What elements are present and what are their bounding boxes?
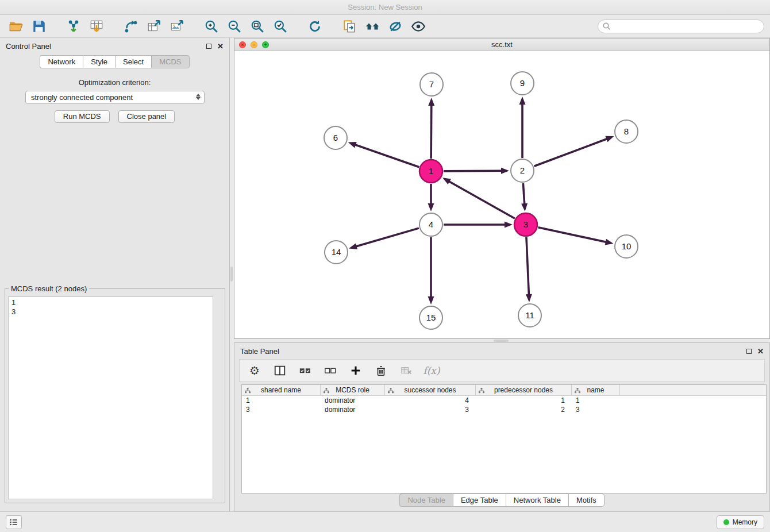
- node-label: 6: [333, 133, 338, 142]
- table-tab-motifs[interactable]: Motifs: [568, 494, 605, 507]
- node-2[interactable]: 2: [511, 159, 534, 182]
- delete-column-button[interactable]: [373, 363, 389, 379]
- show-hide-button[interactable]: [408, 17, 429, 36]
- splitter-grip[interactable]: [494, 340, 509, 342]
- zoom-out-button[interactable]: [224, 17, 245, 36]
- result-item: 3: [11, 307, 210, 317]
- table-tab-edge-table[interactable]: Edge Table: [453, 494, 506, 507]
- edge-3-10[interactable]: [538, 228, 607, 242]
- table-settings-button[interactable]: ⚙: [247, 363, 263, 379]
- node-15[interactable]: 15: [419, 306, 442, 329]
- table-cell: 3: [572, 405, 620, 414]
- export-table-button[interactable]: [144, 17, 164, 36]
- optimization-label: Optimization criterion:: [0, 78, 229, 87]
- edge-3-11[interactable]: [526, 237, 529, 296]
- mcds-result-list[interactable]: 13: [8, 296, 213, 499]
- column-header-MCDS-role[interactable]: MCDS role: [321, 385, 385, 396]
- table-panel: Table Panel ✕ ⚙: [234, 342, 770, 511]
- delete-table-icon: [400, 364, 413, 377]
- network-canvas-svg[interactable]: 7968124314101511: [234, 51, 769, 338]
- float-panel-icon[interactable]: [206, 44, 211, 49]
- node-7[interactable]: 7: [420, 73, 443, 96]
- refresh-button[interactable]: [305, 17, 325, 36]
- splitter-grip[interactable]: [230, 267, 233, 282]
- copy-document-button[interactable]: [339, 17, 360, 36]
- table-tab-network-table[interactable]: Network Table: [506, 494, 568, 507]
- tab-mcds[interactable]: MCDS: [151, 55, 189, 68]
- edge-1-7[interactable]: [431, 104, 432, 159]
- edge-2-3[interactable]: [523, 183, 524, 205]
- create-column-button[interactable]: [348, 363, 364, 379]
- node-4[interactable]: 4: [419, 213, 442, 236]
- column-header-label: predecessor nodes: [494, 386, 553, 394]
- delete-table-button-disabled[interactable]: [398, 363, 414, 379]
- vertical-splitter[interactable]: [230, 38, 234, 511]
- task-history-button[interactable]: [6, 515, 22, 529]
- node-10[interactable]: 10: [615, 235, 638, 258]
- criterion-select[interactable]: strongly connected component: [25, 91, 205, 104]
- edge-2-8[interactable]: [534, 138, 609, 166]
- edge-3-1[interactable]: [448, 181, 515, 219]
- tab-network[interactable]: Network: [40, 55, 83, 68]
- table-tab-node-table[interactable]: Node Table: [399, 494, 453, 507]
- close-panel-button[interactable]: Close panel: [118, 110, 175, 123]
- column-header-successor-nodes[interactable]: successor nodes: [385, 385, 476, 396]
- window-close-button[interactable]: ×: [239, 41, 246, 48]
- column-header-predecessor-nodes[interactable]: predecessor nodes: [476, 385, 572, 396]
- window-titlebar[interactable]: Session: New Session: [0, 0, 770, 15]
- search-icon: [603, 22, 611, 30]
- open-session-button[interactable]: [6, 17, 26, 36]
- table-toolbar: ⚙: [239, 359, 765, 382]
- close-panel-icon[interactable]: ✕: [757, 348, 764, 355]
- window-minimize-button[interactable]: −: [251, 41, 257, 48]
- network-window-titlebar[interactable]: × − + scc.txt: [234, 38, 769, 51]
- tab-select[interactable]: Select: [115, 55, 151, 68]
- tab-style[interactable]: Style: [83, 55, 115, 68]
- home-layout-button[interactable]: [362, 17, 383, 36]
- export-image-button[interactable]: [167, 17, 187, 36]
- layout-arrows-icon: [124, 19, 138, 34]
- status-bar: Memory: [0, 511, 770, 532]
- run-mcds-button[interactable]: Run MCDS: [55, 110, 110, 123]
- column-header-shared-name[interactable]: shared name: [242, 385, 321, 396]
- edge-4-14[interactable]: [355, 228, 419, 246]
- zoom-in-button[interactable]: [201, 17, 222, 36]
- node-9[interactable]: 9: [511, 72, 534, 95]
- unselect-all-columns-button[interactable]: [322, 363, 338, 379]
- unselect-all-icon: [324, 364, 337, 377]
- node-14[interactable]: 14: [325, 241, 348, 264]
- sort-hierarchy-icon: [388, 388, 394, 394]
- close-panel-icon[interactable]: ✕: [217, 43, 224, 50]
- zoom-selected-button[interactable]: [270, 17, 291, 36]
- node-6[interactable]: 6: [324, 126, 347, 149]
- edge-1-6[interactable]: [354, 144, 419, 167]
- search-input[interactable]: [614, 22, 759, 30]
- import-table-button[interactable]: [86, 17, 107, 36]
- import-network-button[interactable]: [63, 17, 84, 36]
- node-8[interactable]: 8: [615, 120, 638, 143]
- edge-1-2[interactable]: [444, 171, 503, 171]
- node-1[interactable]: 1: [419, 160, 442, 183]
- window-zoom-button[interactable]: +: [262, 41, 269, 48]
- table-row[interactable]: 1dominator411: [242, 396, 766, 405]
- memory-button[interactable]: Memory: [717, 515, 764, 529]
- float-panel-icon[interactable]: [746, 349, 752, 354]
- network-canvas[interactable]: 7968124314101511: [234, 51, 769, 338]
- result-item: 1: [11, 298, 210, 307]
- column-header-name[interactable]: name: [572, 385, 620, 396]
- edge-arrow-3-10: [605, 239, 614, 245]
- search-box[interactable]: [598, 20, 764, 33]
- save-session-button[interactable]: [29, 17, 49, 36]
- node-3[interactable]: 3: [514, 213, 537, 236]
- node-11[interactable]: 11: [518, 304, 541, 327]
- zoom-in-icon: [204, 19, 219, 34]
- mcds-result-box: MCDS result (2 nodes) 13: [5, 284, 225, 503]
- show-columns-button[interactable]: [272, 363, 288, 379]
- select-all-columns-button[interactable]: [297, 363, 313, 379]
- apply-layout-button[interactable]: [121, 17, 141, 36]
- table-cell: 4: [385, 396, 476, 405]
- table-row[interactable]: 3dominator323: [242, 405, 766, 414]
- style-toggle-button[interactable]: [385, 17, 406, 36]
- zoom-fit-button[interactable]: [247, 17, 268, 36]
- function-builder-button[interactable]: f(x): [424, 363, 440, 379]
